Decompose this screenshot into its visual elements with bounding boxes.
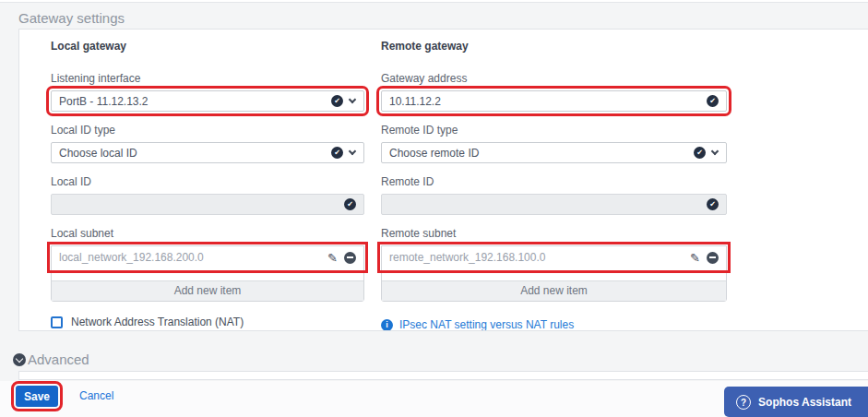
remove-minus-icon[interactable] xyxy=(344,252,356,264)
advanced-card-edge xyxy=(18,371,868,380)
local-gateway-header: Local gateway xyxy=(51,40,364,53)
remote-gateway-header: Remote gateway xyxy=(381,40,727,53)
cancel-link[interactable]: Cancel xyxy=(79,389,113,402)
listening-interface-label: Listening interface xyxy=(51,72,364,85)
nat-checkbox[interactable] xyxy=(51,316,63,328)
valid-check-icon: ✔ xyxy=(331,95,343,107)
local-add-new-item-button[interactable]: Add new item xyxy=(52,280,363,301)
valid-check-icon: ✔ xyxy=(694,147,706,159)
sophos-assistant-label: Sophos Assistant xyxy=(758,396,851,409)
remote-id-field: Remote ID ✔ xyxy=(381,175,727,215)
nat-row: Network Address Translation (NAT) xyxy=(51,316,364,328)
gateway-address-label: Gateway address xyxy=(381,72,727,85)
remote-id-type-select[interactable]: Choose remote ID ✔ xyxy=(381,142,727,163)
local-subnet-item[interactable]: local_network_192.168.200.0 ✎ xyxy=(52,246,363,268)
remote-subnet-field: Remote subnet remote_network_192.168.100… xyxy=(381,227,727,302)
local-subnet-list: local_network_192.168.200.0 ✎ Add new it… xyxy=(51,245,364,302)
info-icon: i xyxy=(381,319,393,331)
save-button[interactable]: Save xyxy=(16,386,58,407)
valid-check-icon: ✔ xyxy=(707,95,719,107)
local-subnet-field: Local subnet local_network_192.168.200.0… xyxy=(51,227,364,302)
chevron-down-icon xyxy=(349,95,356,102)
edit-pencil-icon[interactable]: ✎ xyxy=(690,251,700,265)
ipsec-nat-link[interactable]: IPsec NAT setting versus NAT rules xyxy=(399,318,574,331)
listening-interface-select[interactable]: PortB - 11.12.13.2 ✔ xyxy=(51,90,364,112)
remote-gateway-column: Remote gateway Gateway address 10.11.12.… xyxy=(381,40,727,331)
valid-check-icon: ✔ xyxy=(344,198,356,210)
remote-add-new-item-button[interactable]: Add new item xyxy=(382,280,726,301)
remote-id-label: Remote ID xyxy=(381,175,727,188)
remote-id-input: ✔ xyxy=(381,194,727,215)
gateway-address-input[interactable]: 10.11.12.2 ✔ xyxy=(381,90,727,112)
local-id-type-field: Local ID type Choose local ID ✔ xyxy=(51,124,364,163)
gateway-address-value: 10.11.12.2 xyxy=(389,95,441,108)
local-id-type-value: Choose local ID xyxy=(59,147,137,160)
remote-id-type-field: Remote ID type Choose remote ID ✔ xyxy=(381,124,727,163)
nat-info-row: i IPsec NAT setting versus NAT rules xyxy=(381,318,727,331)
valid-check-icon: ✔ xyxy=(331,147,343,159)
remote-subnet-item-value: remote_network_192.168.100.0 xyxy=(389,251,545,264)
valid-check-icon: ✔ xyxy=(707,198,719,210)
local-id-type-label: Local ID type xyxy=(51,124,364,137)
sophos-assistant-button[interactable]: ? Sophos Assistant xyxy=(724,387,868,417)
local-id-type-select[interactable]: Choose local ID ✔ xyxy=(51,142,364,163)
gateway-settings-card: Local gateway Listening interface PortB … xyxy=(18,29,868,331)
advanced-section-toggle[interactable]: Advanced xyxy=(13,351,89,367)
remote-id-type-value: Choose remote ID xyxy=(389,147,479,160)
nat-label: Network Address Translation (NAT) xyxy=(71,316,244,328)
remove-minus-icon[interactable] xyxy=(707,252,719,264)
chevron-circle-down-icon xyxy=(13,353,26,366)
local-gateway-column: Local gateway Listening interface PortB … xyxy=(51,40,364,331)
listening-interface-value: PortB - 11.12.13.2 xyxy=(59,95,149,108)
gateway-address-field: Gateway address 10.11.12.2 ✔ xyxy=(381,72,727,112)
local-subnet-label: Local subnet xyxy=(51,227,364,240)
local-subnet-item-value: local_network_192.168.200.0 xyxy=(59,251,204,264)
local-id-label: Local ID xyxy=(51,175,364,188)
remote-subnet-item[interactable]: remote_network_192.168.100.0 ✎ xyxy=(382,246,726,268)
top-divider xyxy=(0,0,868,3)
listening-interface-field: Listening interface PortB - 11.12.13.2 ✔ xyxy=(51,72,364,112)
local-id-field: Local ID ✔ xyxy=(51,175,364,215)
chevron-down-icon xyxy=(349,147,356,154)
remote-id-type-label: Remote ID type xyxy=(381,124,727,137)
advanced-label: Advanced xyxy=(28,351,89,367)
subnet-list-gap xyxy=(382,268,726,280)
chevron-down-icon xyxy=(711,147,719,154)
remote-subnet-label: Remote subnet xyxy=(381,227,727,240)
local-id-input: ✔ xyxy=(51,194,364,215)
remote-subnet-list: remote_network_192.168.100.0 ✎ Add new i… xyxy=(381,245,727,302)
edit-pencil-icon[interactable]: ✎ xyxy=(327,251,338,265)
question-bubble-icon: ? xyxy=(736,395,751,410)
subnet-list-gap xyxy=(52,268,363,280)
page-title: Gateway settings xyxy=(18,10,125,26)
